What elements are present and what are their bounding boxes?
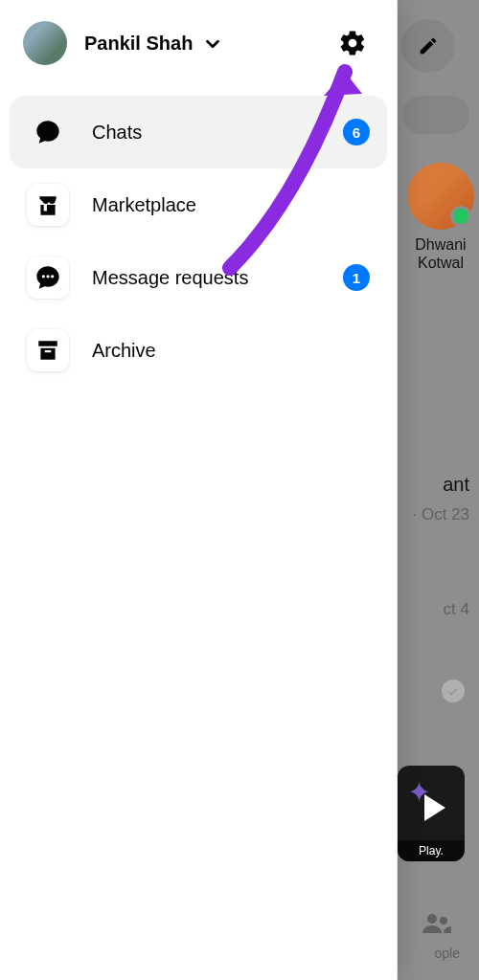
menu-item-marketplace[interactable]: Marketplace (10, 168, 387, 241)
menu-item-chats[interactable]: Chats 6 (10, 96, 387, 168)
gear-icon (338, 29, 367, 57)
menu-label: Chats (92, 122, 343, 144)
active-contact[interactable]: Dhwani Kotwal (402, 163, 479, 272)
compose-button[interactable] (401, 19, 455, 73)
menu-label: Marketplace (92, 194, 370, 216)
message-requests-icon (27, 256, 69, 299)
background-pill (402, 96, 469, 134)
drawer-menu: Chats 6 Marketplace Message requests 1 A… (0, 86, 397, 396)
user-avatar[interactable] (23, 21, 67, 65)
play-icon (424, 794, 445, 821)
svg-point-3 (46, 275, 49, 278)
menu-label: Archive (92, 340, 370, 362)
requests-badge: 1 (343, 264, 370, 291)
settings-button[interactable] (335, 26, 370, 60)
pencil-icon (418, 35, 439, 56)
story-label: Play. (398, 840, 465, 861)
menu-label: Message requests (92, 267, 343, 289)
delivered-check-icon (442, 679, 465, 702)
marketplace-icon (27, 184, 69, 226)
user-name: Pankil Shah (84, 33, 193, 55)
svg-point-0 (427, 914, 437, 924)
svg-point-4 (51, 275, 54, 278)
chats-badge: 6 (343, 119, 370, 145)
svg-point-2 (42, 275, 45, 278)
people-tab-icon[interactable] (422, 911, 452, 942)
menu-item-archive[interactable]: Archive (10, 314, 387, 387)
account-switcher[interactable]: Pankil Shah (84, 32, 335, 55)
contact-avatar (407, 163, 474, 230)
chat-bubble-icon (27, 111, 69, 153)
menu-item-message-requests[interactable]: Message requests 1 (10, 241, 387, 314)
drawer-header: Pankil Shah (0, 0, 397, 86)
svg-point-1 (440, 917, 447, 924)
people-tab-label: ople (435, 946, 460, 961)
contact-name: Dhwani Kotwal (402, 235, 479, 272)
side-drawer: Pankil Shah Chats 6 Marketplace Message … (0, 0, 398, 980)
archive-icon (27, 329, 69, 371)
bg-date-fragment: · Oct 23 (412, 505, 469, 524)
chevron-down-icon (202, 33, 223, 55)
bg-date-fragment-2: ct 4 (444, 600, 469, 619)
bg-chat-fragment: ant (443, 474, 469, 496)
